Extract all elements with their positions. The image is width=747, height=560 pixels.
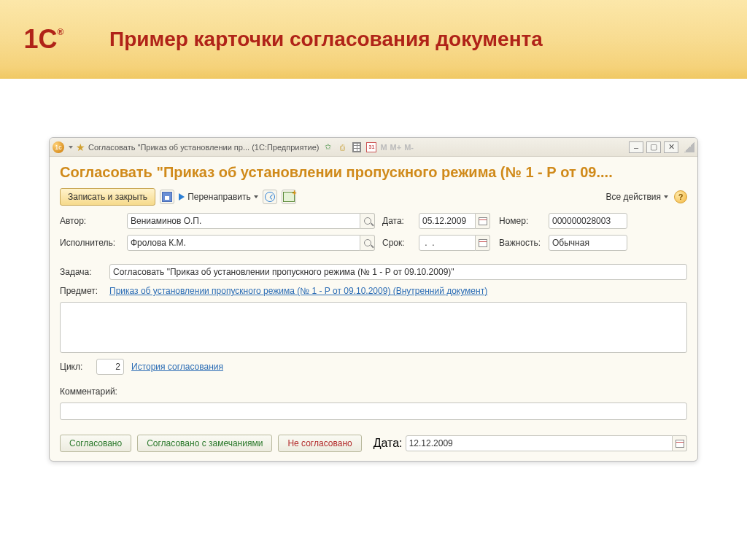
number-input[interactable]: [549, 213, 627, 229]
clock-icon: [265, 192, 275, 202]
approve-notes-button[interactable]: Согласовано с замечаниями: [137, 435, 272, 452]
save-close-button[interactable]: Записать и закрыть: [60, 188, 155, 206]
form-body: Согласовать "Приказ об установлении проп…: [50, 157, 697, 461]
executor-input[interactable]: [127, 235, 360, 251]
label-importance: Важность:: [499, 238, 541, 248]
slide-title: Пример карточки согласования документа: [109, 28, 543, 51]
task-input[interactable]: [109, 264, 687, 280]
author-input[interactable]: [127, 213, 360, 229]
label-number: Номер:: [499, 216, 541, 226]
dropdown-icon: [254, 195, 258, 198]
search-icon: [364, 239, 371, 246]
form-toolbar: Записать и закрыть Перенаправить Все дей…: [60, 188, 687, 206]
arrow-right-icon: [179, 193, 185, 201]
label-subject: Предмет:: [60, 286, 102, 296]
label-task: Задача:: [60, 267, 102, 277]
history-button[interactable]: [263, 190, 277, 204]
plus-icon: [283, 192, 295, 202]
date-picker-button[interactable]: [476, 213, 490, 229]
calendar-icon[interactable]: 31: [365, 141, 377, 153]
label-executor: Исполнитель:: [60, 238, 120, 248]
approve-button[interactable]: Согласовано: [60, 435, 131, 452]
calendar-picker-icon: [676, 440, 684, 448]
app-window: 1c ★ Согласовать "Приказ об установлении…: [49, 137, 698, 462]
label-author: Автор:: [60, 216, 120, 226]
memory-m[interactable]: M: [380, 143, 387, 152]
window-titlebar: 1c ★ Согласовать "Приказ об установлении…: [50, 138, 697, 157]
label-footer-date: Дата:: [374, 437, 400, 450]
comment-input[interactable]: [60, 402, 687, 420]
memory-m-plus[interactable]: M+: [390, 143, 402, 152]
maximize-button[interactable]: ▢: [646, 141, 661, 153]
reject-button[interactable]: Не согласовано: [278, 435, 361, 452]
slide-header: 1С® Пример карточки согласования докумен…: [0, 0, 747, 79]
label-deadline: Срок:: [382, 238, 411, 248]
date-input[interactable]: [419, 213, 476, 229]
label-cycle: Цикл:: [60, 362, 89, 372]
redirect-button[interactable]: Перенаправить: [179, 190, 258, 204]
description-textarea[interactable]: [60, 302, 687, 353]
label-date: Дата:: [382, 216, 411, 226]
form-title: Согласовать "Приказ об установлении проп…: [60, 164, 687, 181]
search-icon: [364, 217, 371, 225]
star-alt-icon[interactable]: ✩: [322, 141, 333, 153]
dropdown-icon: [664, 195, 668, 198]
attach-icon[interactable]: ⎙: [336, 141, 348, 153]
importance-input[interactable]: [549, 235, 627, 251]
executor-lookup-button[interactable]: [360, 235, 375, 251]
author-lookup-button[interactable]: [360, 213, 375, 229]
deadline-input[interactable]: [419, 235, 476, 251]
memory-m-minus[interactable]: M-: [404, 143, 414, 152]
cycle-input[interactable]: [96, 359, 124, 375]
minimize-button[interactable]: –: [629, 141, 643, 153]
label-comment: Комментарий:: [60, 386, 117, 397]
app-menu-dropdown-icon[interactable]: [69, 146, 73, 149]
favorite-icon[interactable]: ★: [76, 141, 85, 153]
deadline-picker-button[interactable]: [476, 235, 490, 251]
footer-date-input[interactable]: [406, 435, 673, 451]
calendar-picker-icon: [479, 239, 487, 247]
resize-grip-icon[interactable]: [684, 142, 694, 152]
footer-date-picker-button[interactable]: [673, 435, 687, 451]
close-button[interactable]: ✕: [664, 141, 678, 153]
create-button[interactable]: [282, 190, 296, 204]
logo-1c: 1С®: [15, 18, 73, 61]
help-button[interactable]: ?: [674, 190, 687, 203]
all-actions-button[interactable]: Все действия: [606, 192, 668, 202]
save-button[interactable]: [160, 190, 174, 204]
history-link[interactable]: История согласования: [131, 362, 223, 372]
calc-icon[interactable]: [351, 141, 363, 153]
subject-link[interactable]: Приказ об установлении пропускного режим…: [109, 286, 487, 296]
app-menu-icon[interactable]: 1c: [53, 141, 64, 153]
window-title: Согласовать "Приказ об установлении пр..…: [88, 143, 319, 152]
calendar-picker-icon: [479, 217, 487, 225]
